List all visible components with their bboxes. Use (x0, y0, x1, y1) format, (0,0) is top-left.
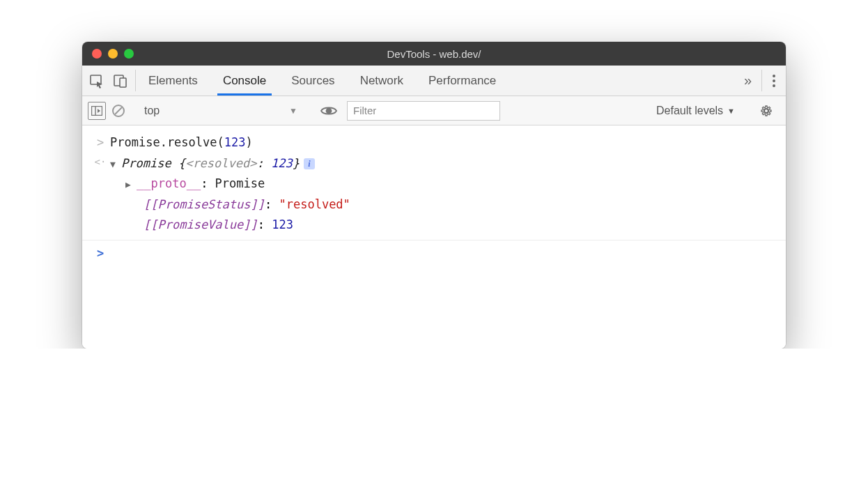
devtools-window: DevTools - web.dev/ Elements Console Sou… (82, 42, 786, 349)
console-prop-value[interactable]: [[PromiseValue]]: 123 (82, 215, 786, 236)
more-tabs-button[interactable]: » (734, 66, 761, 96)
clear-console-button[interactable] (111, 104, 125, 118)
console-prop-status[interactable]: [[PromiseStatus]]: "resolved" (82, 195, 786, 215)
execution-context-select[interactable]: top ▼ (137, 102, 304, 120)
tab-sources[interactable]: Sources (279, 66, 347, 96)
status-key: [[PromiseStatus]] (144, 197, 265, 211)
output-marker-icon: <· (91, 155, 110, 173)
console-prop-proto[interactable]: ▶__proto__: Promise (82, 174, 786, 195)
device-toggle-icon[interactable] (113, 73, 128, 89)
zoom-window-button[interactable] (124, 49, 134, 59)
info-icon[interactable]: i (304, 158, 315, 169)
log-levels-select[interactable]: Default levels ▼ (651, 105, 741, 117)
levels-label: Default levels (656, 105, 723, 117)
titlebar: DevTools - web.dev/ (82, 42, 786, 66)
settings-menu-button[interactable] (762, 66, 786, 96)
context-label: top (144, 105, 160, 117)
tab-elements[interactable]: Elements (136, 66, 210, 96)
svg-point-4 (773, 79, 775, 82)
proto-value: Promise (215, 176, 265, 190)
main-toolbar: Elements Console Sources Network Perform… (82, 66, 786, 96)
console-toolbar: top ▼ Default levels ▼ (82, 96, 786, 125)
prompt-marker-icon: > (91, 245, 110, 263)
console-prompt-row[interactable]: > (82, 240, 786, 264)
chevron-down-icon: ▼ (289, 106, 297, 116)
svg-point-3 (773, 75, 775, 77)
svg-point-5 (773, 84, 775, 87)
value-key: [[PromiseValue]] (144, 218, 258, 231)
expand-toggle-icon[interactable]: ▼ (110, 158, 118, 171)
svg-point-10 (327, 108, 332, 113)
svg-rect-6 (92, 106, 102, 115)
prompt-input[interactable] (110, 245, 777, 263)
close-window-button[interactable] (92, 49, 102, 59)
result-summary: ▼Promise {<resolved>: 123}i (110, 155, 777, 173)
value-value: 123 (272, 218, 293, 231)
input-marker-icon: > (91, 134, 110, 152)
console-output: > Promise.resolve(123) <· ▼Promise {<res… (82, 125, 786, 349)
svg-line-9 (115, 107, 122, 114)
live-expression-button[interactable] (316, 105, 341, 116)
proto-key: __proto__ (137, 176, 201, 190)
panel-tabs: Elements Console Sources Network Perform… (136, 66, 734, 96)
minimize-window-button[interactable] (108, 49, 118, 59)
svg-rect-2 (120, 78, 126, 87)
chevron-down-icon: ▼ (727, 107, 735, 115)
toggle-sidebar-button[interactable] (88, 102, 106, 120)
input-code: Promise.resolve(123) (110, 134, 777, 152)
console-input-row[interactable]: > Promise.resolve(123) (82, 132, 786, 153)
console-settings-button[interactable] (752, 104, 780, 118)
tab-console[interactable]: Console (210, 66, 279, 96)
window-title: DevTools - web.dev/ (82, 48, 786, 60)
tab-network[interactable]: Network (348, 66, 416, 96)
status-value: "resolved" (279, 197, 350, 211)
expand-toggle-icon[interactable]: ▶ (125, 178, 134, 192)
traffic-lights (92, 49, 134, 59)
filter-input[interactable] (347, 101, 500, 121)
element-picker-icon[interactable] (89, 73, 104, 89)
tab-performance[interactable]: Performance (416, 66, 509, 96)
console-result-row[interactable]: <· ▼Promise {<resolved>: 123}i (82, 153, 786, 174)
